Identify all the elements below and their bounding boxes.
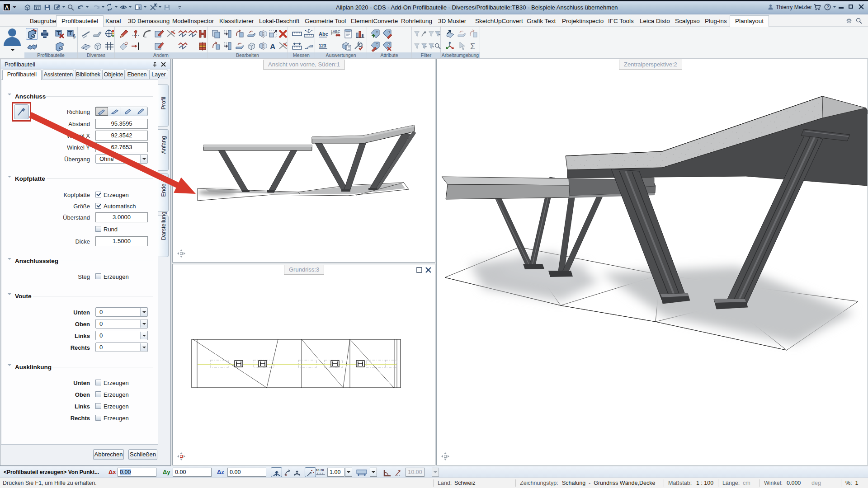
- svg-text:10 20: 10 20: [316, 468, 324, 472]
- svg-text:A: A: [270, 42, 275, 51]
